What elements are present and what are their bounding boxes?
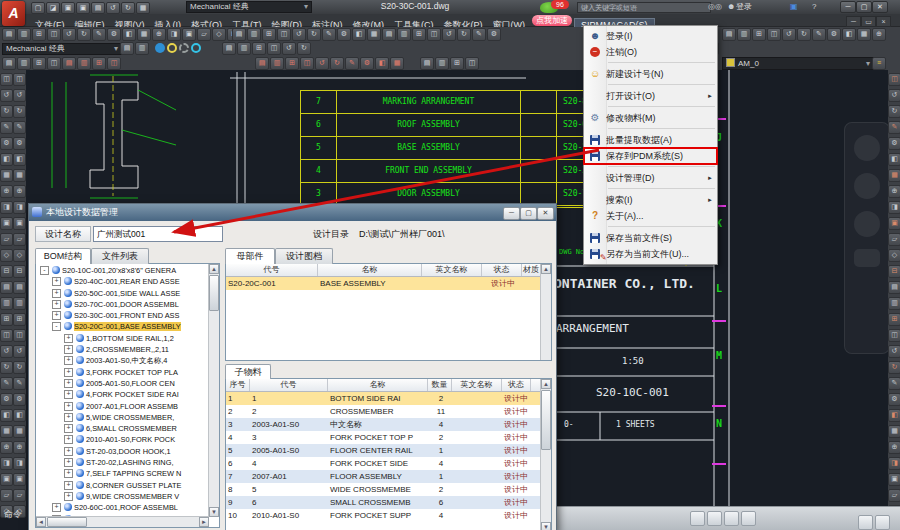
annotation-scale-icon[interactable] bbox=[858, 515, 873, 530]
workspace-gear-icon[interactable] bbox=[875, 515, 890, 530]
tree-item[interactable]: +S20-70C-001,DOOR ASSEMBL bbox=[37, 299, 208, 310]
toolbar-icon[interactable]: ↺ bbox=[282, 42, 296, 55]
layer-circle-icon-3[interactable] bbox=[191, 43, 201, 53]
tree-item[interactable]: +2,CROSSMEMBER,,2,11 bbox=[37, 344, 208, 355]
tool-icon[interactable]: ◨ bbox=[888, 201, 900, 214]
tool-icon[interactable]: ↻ bbox=[888, 361, 900, 374]
doc-restore-button[interactable]: ▭ bbox=[861, 16, 876, 27]
tree-expander-icon[interactable]: + bbox=[64, 402, 73, 411]
tool-icon[interactable]: ◇ bbox=[13, 249, 26, 262]
toolbar-icon[interactable]: ⊞ bbox=[92, 57, 106, 70]
tool-icon[interactable]: ↻ bbox=[13, 105, 26, 118]
toolbar-icon[interactable]: ▤ bbox=[222, 42, 236, 55]
close-button[interactable]: ✕ bbox=[872, 1, 888, 13]
tool-icon[interactable]: ◨ bbox=[0, 201, 13, 214]
tree-vscrollbar[interactable]: ▲▼ bbox=[208, 264, 219, 517]
table-row[interactable]: 64FORK POCKET SIDE4设计中 bbox=[226, 457, 551, 470]
tool-icon[interactable]: ↺ bbox=[0, 89, 13, 102]
toolbar-icon[interactable]: ↺ bbox=[315, 57, 329, 70]
minimize-button[interactable]: ─ bbox=[840, 1, 856, 13]
tree-item[interactable]: +ST-20-02,LASHING RING, bbox=[37, 457, 208, 468]
toolbar-icon[interactable]: ↺ bbox=[782, 28, 796, 41]
tool-icon[interactable]: ◧ bbox=[0, 153, 13, 166]
tree-expander-icon[interactable]: + bbox=[64, 413, 73, 422]
tree-expander-icon[interactable]: + bbox=[64, 481, 73, 490]
tree-item[interactable]: +9,WIDE CROSSMEMBER V bbox=[37, 491, 208, 502]
plot-icon[interactable]: ▤ bbox=[91, 2, 105, 14]
toolbar-icon[interactable]: ◫ bbox=[47, 57, 61, 70]
toolbar-icon[interactable]: ↻ bbox=[797, 28, 811, 41]
toolbar-icon[interactable]: ▥ bbox=[17, 28, 31, 41]
toolbar-icon[interactable]: ◧ bbox=[122, 28, 136, 41]
saveas-icon[interactable]: ▣ bbox=[76, 2, 90, 14]
toolbar-icon[interactable]: ◫ bbox=[267, 42, 281, 55]
tree-expander-icon[interactable]: + bbox=[64, 469, 73, 478]
table-row[interactable]: 72007-A01FLOOR ASSEMBLY1设计中 bbox=[226, 470, 551, 483]
toolbar-icon[interactable]: ◇ bbox=[212, 28, 226, 41]
tree-item[interactable]: -S20-20C-001,BASE ASSEMBLY bbox=[37, 321, 208, 332]
tool-icon[interactable]: ◫ bbox=[888, 73, 900, 86]
context-menu-item[interactable]: 保存当前文件(S) bbox=[584, 230, 717, 246]
toolbar-icon[interactable]: ⊞ bbox=[252, 42, 266, 55]
toolbar-icon[interactable]: ▤ bbox=[62, 57, 76, 70]
tool-icon[interactable]: ↺ bbox=[888, 89, 900, 102]
tree-item[interactable]: +2007-A01,FLOOR ASSEMB bbox=[37, 401, 208, 412]
new-icon[interactable]: ▢ bbox=[31, 2, 45, 14]
tree-item[interactable]: +5,WIDE CROSSMEMBER, bbox=[37, 412, 208, 423]
table-row[interactable]: 32003-A01-S0中文名称4设计中 bbox=[226, 418, 551, 431]
toolbar-icon[interactable]: ↻ bbox=[297, 42, 311, 55]
open-icon[interactable]: ◪ bbox=[46, 2, 60, 14]
tool-icon[interactable]: ▦ bbox=[888, 425, 900, 438]
toolbar-icon[interactable]: ✎ bbox=[92, 28, 106, 41]
tree-hscrollbar[interactable]: ◄► bbox=[36, 516, 209, 527]
orbit-icon[interactable] bbox=[854, 211, 880, 237]
toolbar-icon[interactable]: ▤ bbox=[2, 28, 16, 41]
toolbar-icon[interactable]: ▤ bbox=[120, 42, 134, 55]
tab-child-materials[interactable]: 子物料 bbox=[225, 364, 271, 379]
tool-icon[interactable]: ✎ bbox=[13, 121, 26, 134]
tool-icon[interactable]: ▱ bbox=[888, 489, 900, 502]
tree-expander-icon[interactable]: + bbox=[64, 447, 73, 456]
tree-expander-icon[interactable]: + bbox=[64, 334, 73, 343]
tool-icon[interactable]: ▱ bbox=[13, 489, 26, 502]
tool-icon[interactable]: ⊕ bbox=[13, 441, 26, 454]
tool-icon[interactable]: ⚙ bbox=[888, 393, 900, 406]
toolbar-icon[interactable]: ◧ bbox=[352, 28, 366, 41]
tree-expander-icon[interactable]: + bbox=[64, 458, 73, 467]
toolbar-icon[interactable]: ⊞ bbox=[32, 28, 46, 41]
tool-icon[interactable]: ▤ bbox=[888, 281, 900, 294]
toolbar-icon[interactable]: ⊕ bbox=[872, 28, 886, 41]
toolbar-icon[interactable]: ◫ bbox=[47, 28, 61, 41]
context-menu-item[interactable]: −注销(O) bbox=[584, 44, 717, 60]
tool-icon[interactable]: ◫ bbox=[13, 329, 26, 342]
exchange-icon[interactable]: ▣ bbox=[790, 1, 798, 12]
zoom-icon[interactable] bbox=[854, 173, 880, 199]
tool-icon[interactable]: ◧ bbox=[888, 153, 900, 166]
context-menu-item[interactable]: 批量提取数据(A) bbox=[584, 132, 717, 148]
osnap-toggle-icon[interactable] bbox=[741, 511, 756, 526]
workspace-switcher[interactable]: ▾Mechanical 经典 bbox=[186, 1, 312, 13]
toolbar-icon[interactable]: ▤ bbox=[420, 57, 434, 70]
tool-icon[interactable]: ▱ bbox=[888, 233, 900, 246]
search-input[interactable]: 键入关键字或短语 bbox=[577, 2, 711, 13]
tool-icon[interactable]: ▣ bbox=[13, 217, 26, 230]
dialog-title-bar[interactable]: 本地设计数据管理 ─ ▢ ✕ bbox=[29, 204, 556, 221]
toolbar-icon[interactable]: ▦ bbox=[137, 28, 151, 41]
context-menu-item[interactable]: 搜索(I)► bbox=[584, 192, 717, 208]
toolbar-icon[interactable]: ⊞ bbox=[285, 57, 299, 70]
toolbar-icon[interactable]: ▥ bbox=[247, 28, 261, 41]
context-menu-item[interactable]: ⚙修改物料(M) bbox=[584, 110, 717, 126]
layer-circle-icon-0[interactable] bbox=[155, 43, 165, 53]
help-icon[interactable]: ? bbox=[812, 1, 816, 12]
tool-icon[interactable]: ◨ bbox=[13, 457, 26, 470]
doc-close-button[interactable]: × bbox=[876, 16, 891, 27]
toolbar-icon[interactable]: ⊞ bbox=[262, 28, 276, 41]
tool-icon[interactable]: ⚙ bbox=[888, 137, 900, 150]
tool-icon[interactable]: ◨ bbox=[13, 201, 26, 214]
tool-icon[interactable]: ▣ bbox=[888, 217, 900, 230]
toolbar-icon[interactable]: ↺ bbox=[62, 28, 76, 41]
table-row[interactable]: 11BOTTOM SIDE RAI2设计中 bbox=[226, 392, 551, 405]
tool-icon[interactable]: ▤ bbox=[13, 281, 26, 294]
signin-label[interactable]: 登录 bbox=[736, 2, 752, 12]
tool-icon[interactable]: ◇ bbox=[888, 249, 900, 262]
